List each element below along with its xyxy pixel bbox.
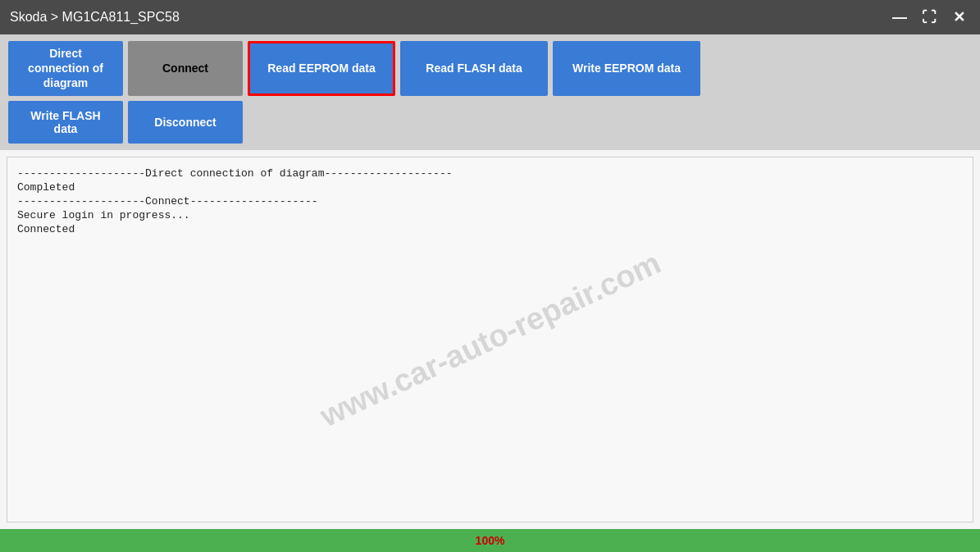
write-eeprom-button[interactable]: Write EEPROM data — [553, 41, 700, 96]
direct-connection-button[interactable]: Direct connection ofdiagram — [8, 41, 123, 96]
toolbar-row-1: Direct connection ofdiagram Connect Read… — [8, 41, 972, 96]
content-area: --------------------Direct connection of… — [0, 150, 980, 552]
log-line-5: Connected — [17, 223, 963, 235]
log-line-2: Completed — [17, 181, 963, 194]
log-line-4: Secure login in progress... — [17, 209, 963, 221]
main-window: Skoda > MG1CA811_SPC58 — ⛶ ✕ Direct conn… — [0, 0, 980, 552]
log-area[interactable]: --------------------Direct connection of… — [7, 157, 973, 522]
minimize-button[interactable]: — — [888, 6, 911, 29]
toolbar: Direct connection ofdiagram Connect Read… — [0, 34, 980, 150]
connect-button[interactable]: Connect — [128, 41, 243, 96]
window-controls: — ⛶ ✕ — [888, 6, 970, 29]
read-eeprom-button[interactable]: Read EEPROM data — [248, 41, 395, 96]
progress-bar-container: 100% — [0, 529, 980, 552]
log-line-1: --------------------Direct connection of… — [17, 167, 963, 180]
watermark: www.car-auto-repair.com — [314, 245, 665, 434]
window-title: Skoda > MG1CA811_SPC58 — [10, 10, 180, 25]
log-line-3: --------------------Connect-------------… — [17, 195, 963, 208]
read-flash-button[interactable]: Read FLASH data — [400, 41, 548, 96]
maximize-button[interactable]: ⛶ — [918, 6, 941, 29]
write-flash-button[interactable]: Write FLASH data — [8, 101, 123, 144]
close-button[interactable]: ✕ — [947, 6, 970, 29]
progress-label: 100% — [476, 534, 505, 547]
toolbar-row-2: Write FLASH data Disconnect — [8, 101, 972, 144]
title-bar: Skoda > MG1CA811_SPC58 — ⛶ ✕ — [0, 0, 980, 34]
disconnect-button[interactable]: Disconnect — [128, 101, 243, 144]
